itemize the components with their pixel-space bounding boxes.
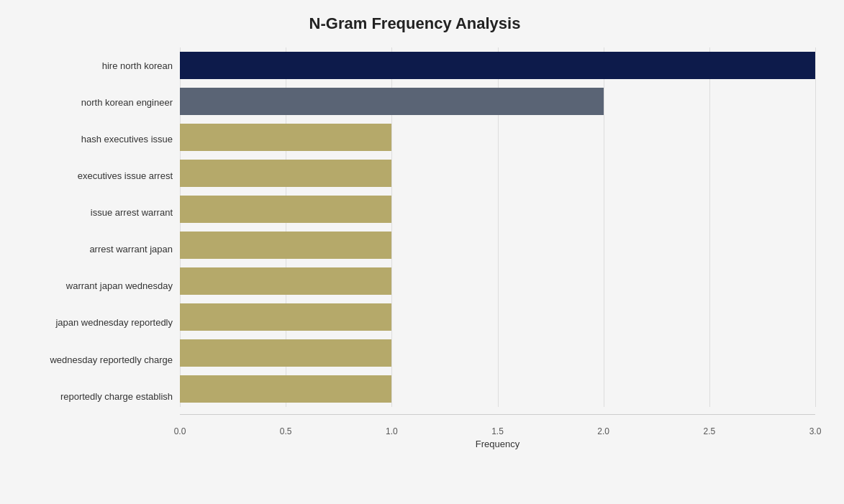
bar-row [180,335,815,371]
x-tick-label: 2.5 [703,426,715,436]
bar-row [180,119,815,155]
y-axis: hire north koreannorth korean engineerha… [14,47,180,436]
bar [180,160,391,187]
x-tick-label: 0.5 [280,426,292,436]
y-label: hash executives issue [81,121,173,157]
bar-row [180,371,815,407]
x-axis-label: Frequency [180,439,815,449]
bar-row [180,155,815,191]
bar [180,339,391,367]
bar-row [180,299,815,335]
chart-title: N-Gram Frequency Analysis [14,14,815,33]
y-label: executives issue arrest [78,157,173,194]
grid-line [815,47,816,407]
bar-row [180,83,815,119]
bar [180,88,604,115]
bar [180,232,391,259]
y-label: issue arrest warrant [91,194,173,231]
bar-row [180,47,815,83]
x-axis: Frequency 0.00.51.01.52.02.53.0 [180,429,815,436]
chart-container: N-Gram Frequency Analysis hire north kor… [0,0,844,504]
x-tick-label: 0.0 [174,426,186,436]
y-label: wednesday reportedly charge [50,342,173,378]
x-tick-label: 2.0 [597,426,609,436]
bars-section [180,47,815,429]
bar [180,375,391,403]
bar [180,124,391,151]
x-tick-label: 3.0 [809,426,822,436]
bar [180,196,391,223]
y-label: reportedly charge establish [60,378,173,415]
bar-row [180,263,815,299]
bar [180,303,391,331]
y-label: north korean engineer [81,84,173,121]
plot-area: Frequency 0.00.51.01.52.02.53.0 [180,47,815,436]
x-tick-label: 1.0 [386,426,398,436]
chart-area: hire north koreannorth korean engineerha… [14,47,815,436]
y-label: hire north korean [102,47,173,84]
y-label: japan wednesday reportedly [55,305,173,342]
y-label: arrest warrant japan [89,231,173,267]
bar-row [180,191,815,227]
bar [180,267,391,295]
y-label: warrant japan wednesday [66,268,173,305]
bar-row [180,227,815,263]
bar [180,52,815,79]
x-tick-label: 1.5 [491,426,504,436]
